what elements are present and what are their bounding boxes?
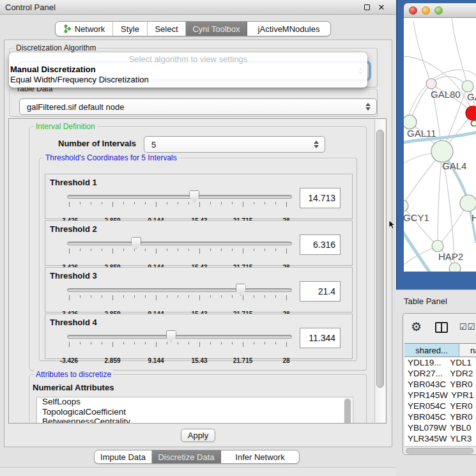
tab-impute-data[interactable]: Impute Data xyxy=(95,450,152,463)
cell-shared-name[interactable]: YBL079W xyxy=(404,422,447,433)
dropdown-placeholder-item[interactable]: Select algorithm to view settings xyxy=(9,54,367,64)
tab-network[interactable]: Network xyxy=(56,22,113,36)
dropdown-item-manual-discretization[interactable]: Manual Discretization xyxy=(10,65,365,74)
slider-track[interactable] xyxy=(67,288,292,292)
tick-mark xyxy=(178,342,178,344)
cell-shared-name[interactable]: YER054C xyxy=(404,401,447,411)
cell-name[interactable]: YLR3 xyxy=(447,433,476,444)
tick-mark xyxy=(156,342,157,347)
tick-mark xyxy=(134,342,135,344)
threshold-3-slider[interactable]: -3.4262.8599.14415.4321.71528 xyxy=(63,286,300,311)
minimize-traffic-light-icon[interactable] xyxy=(422,6,430,15)
scrollbar-thumb[interactable] xyxy=(376,130,384,388)
tick-mark xyxy=(91,342,91,344)
table-data-combobox[interactable]: galFiltered.sif default node xyxy=(19,98,377,115)
tab-style[interactable]: Style xyxy=(113,22,148,36)
network-window-titlebar[interactable] xyxy=(404,3,476,18)
network-node[interactable] xyxy=(426,79,436,89)
threshold-4-value-field[interactable]: 11.344 xyxy=(300,328,341,348)
right-pane: GAL80GACGAL11GAL4HGCY1HAP2 Table Panel ⚙… xyxy=(396,0,476,476)
cell-name[interactable]: YER0 xyxy=(447,401,476,411)
network-node[interactable] xyxy=(432,240,443,252)
apply-button[interactable]: Apply xyxy=(181,429,215,442)
table-data-combobox-value: galFiltered.sif default node xyxy=(27,102,124,112)
table-row[interactable]: YER054CYER0 xyxy=(404,401,476,411)
checkbox-pair-icon[interactable]: ☑☑ xyxy=(459,322,475,332)
attributes-list-scrollbar[interactable] xyxy=(344,398,352,424)
cell-shared-name[interactable]: YBR045C xyxy=(404,411,447,422)
close-traffic-light-icon[interactable] xyxy=(409,6,417,15)
tab-cyni-toolbox[interactable]: Cyni Toolbox xyxy=(186,22,247,36)
threshold-1-slider[interactable]: -3.4262.8599.14415.4321.71528 xyxy=(63,192,300,218)
close-icon[interactable]: ✕ xyxy=(377,3,386,12)
tab-select[interactable]: Select xyxy=(148,22,186,36)
float-window-icon[interactable] xyxy=(363,3,372,12)
zoom-traffic-light-icon[interactable] xyxy=(434,6,443,15)
column-layout-icon[interactable] xyxy=(435,322,448,333)
network-node[interactable] xyxy=(404,115,417,129)
cell-name[interactable]: YDL1 xyxy=(447,357,476,368)
tick-mark xyxy=(102,249,102,251)
network-node[interactable] xyxy=(462,81,473,92)
cell-shared-name[interactable]: YLR345W xyxy=(404,433,447,444)
dropdown-item-equal-width-frequency[interactable]: Equal Width/Frequency Discretization xyxy=(10,75,365,84)
tick-mark xyxy=(91,202,91,204)
tick-mark xyxy=(232,202,233,204)
attribute-list-item[interactable]: TopologicalCoefficient xyxy=(37,408,353,418)
table-row[interactable]: YPR145WYPR1 xyxy=(404,390,476,401)
threshold-4-slider[interactable]: -3.4262.8599.14415.4321.71528 xyxy=(63,332,300,358)
attribute-list-item[interactable]: BetweennessCentrality xyxy=(37,417,353,424)
table-row[interactable]: YBR045CYBR0 xyxy=(404,411,476,422)
table-horizontal-scrollbar[interactable] xyxy=(404,446,476,454)
column-header-name[interactable]: na xyxy=(459,343,476,357)
table-row[interactable]: YBL079WYBL0 xyxy=(404,422,476,433)
table-row[interactable]: YDL19...YDL1 xyxy=(404,357,476,368)
settings-vertical-scrollbar[interactable] xyxy=(374,119,385,422)
slider-track[interactable] xyxy=(67,242,292,245)
network-node[interactable] xyxy=(460,195,476,211)
cell-shared-name[interactable]: YPR145W xyxy=(404,390,448,401)
column-header-shared[interactable]: shared... xyxy=(404,343,459,357)
tick-mark xyxy=(210,295,211,298)
tick-mark xyxy=(156,295,157,300)
cell-name[interactable]: YDR2 xyxy=(447,368,476,379)
cell-name[interactable]: YBL0 xyxy=(447,422,476,433)
number-of-intervals-combobox[interactable]: 5 xyxy=(144,136,325,153)
threshold-2-slider[interactable]: -3.4262.8599.14415.4321.71528 xyxy=(63,239,300,265)
gear-icon[interactable]: ⚙ xyxy=(411,319,422,334)
cell-name[interactable]: YBR0 xyxy=(447,379,476,390)
slider-thumb[interactable] xyxy=(236,284,246,296)
threshold-3-value-field[interactable]: 21.4 xyxy=(300,281,341,302)
threshold-1-panel: Threshold 1 -3.4262.8599.14415.4321.7152… xyxy=(45,174,353,219)
table-row[interactable]: YDR27...YDR2 xyxy=(404,368,476,379)
scrollbar-thumb[interactable] xyxy=(344,399,351,424)
tab-infer-network[interactable]: Infer Network xyxy=(221,450,299,463)
network-node[interactable] xyxy=(431,141,453,162)
slider-thumb[interactable] xyxy=(166,330,176,342)
cell-shared-name[interactable]: YDR27... xyxy=(404,368,447,379)
slider-thumb[interactable] xyxy=(131,237,141,249)
attribute-list-item[interactable]: SelfLoops xyxy=(37,397,353,408)
cell-name[interactable]: YPR1 xyxy=(448,390,476,401)
table-row[interactable]: YLR345WYLR3 xyxy=(404,433,476,444)
tab-jactivemnodules[interactable]: jActiveMNodules xyxy=(247,22,330,36)
scrollbar-thumb[interactable] xyxy=(406,448,473,454)
network-node[interactable] xyxy=(449,263,461,272)
slider-track[interactable] xyxy=(67,195,292,199)
network-node[interactable] xyxy=(404,200,408,211)
table-row[interactable]: YBR043CYBR0 xyxy=(404,379,476,390)
slider-thumb[interactable] xyxy=(189,190,199,203)
threshold-1-value-field[interactable]: 14.713 xyxy=(300,188,341,208)
cell-shared-name[interactable]: YDL19... xyxy=(404,357,447,368)
table-data-group: Table Data galFiltered.sif default node xyxy=(10,89,378,117)
cell-shared-name[interactable]: YBR043C xyxy=(404,379,447,390)
tab-discretize-data[interactable]: Discretize Data xyxy=(152,450,221,463)
network-graph[interactable]: GAL80GACGAL11GAL4HGCY1HAP2 xyxy=(404,18,476,272)
numerical-attributes-list[interactable]: SelfLoopsTopologicalCoefficientBetweenne… xyxy=(36,397,353,424)
table-body[interactable]: YDL19...YDL1YDR27...YDR2YBR043CYBR0YPR14… xyxy=(404,357,476,446)
cell-name[interactable]: YBR0 xyxy=(447,411,476,422)
network-canvas[interactable]: GAL80GACGAL11GAL4HGCY1HAP2 xyxy=(404,18,476,272)
tick-mark xyxy=(254,202,254,204)
threshold-2-value-field[interactable]: 6.316 xyxy=(300,234,341,255)
slider-track[interactable] xyxy=(67,335,292,339)
